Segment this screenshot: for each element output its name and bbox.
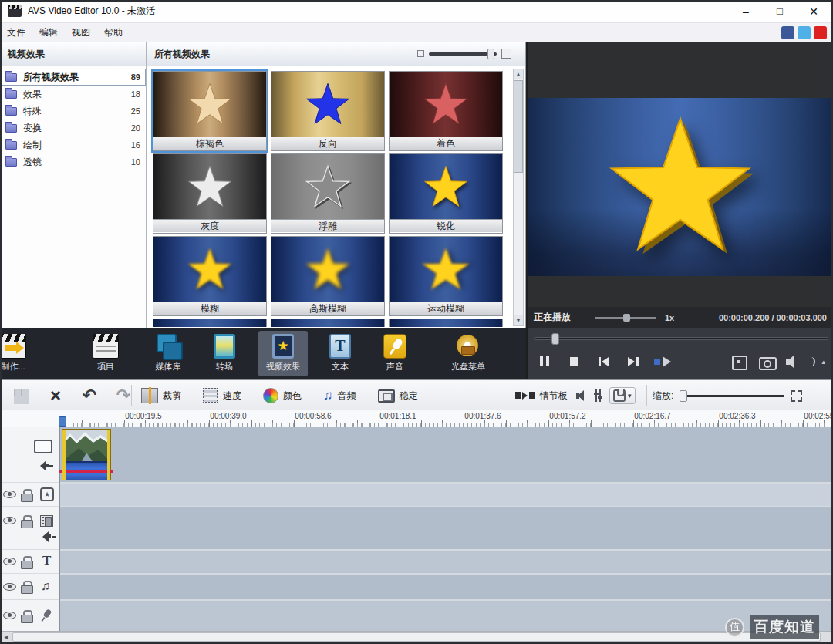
effect-thumbnail [390, 154, 502, 219]
scroll-down-icon[interactable]: ▼ [514, 315, 523, 325]
effect-card[interactable]: 高斯模糊 [271, 236, 385, 316]
edit-tool-button[interactable]: 裁剪 [141, 388, 181, 403]
play-icon[interactable] [654, 354, 671, 369]
snapshot-icon[interactable] [758, 354, 775, 369]
edit-tool-button[interactable]: 稳定 [378, 389, 418, 403]
pause-icon[interactable] [537, 354, 554, 369]
fullscreen-icon[interactable] [730, 354, 747, 369]
playhead-marker[interactable] [59, 416, 66, 427]
undo-icon[interactable] [80, 386, 99, 405]
track-lanes[interactable] [60, 427, 833, 631]
category-item[interactable]: 变换 20 [0, 120, 146, 137]
eye-icon[interactable] [3, 490, 16, 499]
twitter-icon[interactable] [798, 26, 811, 39]
stop-icon[interactable] [566, 354, 583, 369]
menu-item[interactable]: 文件 [0, 23, 32, 42]
minimize-icon[interactable]: – [739, 5, 753, 19]
scroll-up-icon[interactable]: ▲ [514, 69, 523, 79]
audio-mixer-icon[interactable] [575, 387, 592, 404]
effect-card[interactable]: 模糊 [153, 236, 267, 316]
thumbnail-size-slider[interactable] [429, 52, 497, 56]
effect-card[interactable]: 着色 [389, 71, 503, 151]
effect-card[interactable]: 运动模糊 [389, 236, 503, 316]
video-overlay-track[interactable] [60, 506, 833, 549]
menu-item[interactable]: 视图 [65, 23, 97, 42]
effect-thumbnail [153, 237, 266, 302]
category-item[interactable]: 效果 18 [0, 86, 146, 103]
fit-timeline-icon[interactable] [791, 390, 802, 402]
scene-dropdown[interactable]: ▾ [609, 387, 636, 404]
main-toolbar-button[interactable]: 媒体库 [143, 331, 193, 376]
scrollbar-thumb[interactable] [514, 80, 523, 173]
effect-card-partial[interactable] [153, 319, 267, 327]
main-toolbar-button[interactable]: 项目 [81, 331, 130, 376]
effect-card[interactable]: 锐化 [389, 153, 503, 234]
maximize-icon[interactable]: □ [773, 5, 787, 19]
lock-icon[interactable] [21, 515, 32, 527]
voice-track[interactable] [60, 599, 833, 631]
star-frame-icon [272, 334, 294, 359]
audio-track[interactable] [60, 573, 833, 599]
lock-icon[interactable] [21, 610, 32, 622]
effect-card[interactable]: 棕褐色 [153, 71, 267, 151]
main-toolbar-button[interactable]: 文本 [315, 331, 365, 376]
video-effect-track[interactable] [60, 482, 833, 506]
large-thumbnail-icon[interactable] [501, 49, 511, 59]
scroll-left-icon[interactable]: ◄ [2, 633, 11, 642]
thumbnail-size-handle[interactable] [487, 49, 494, 59]
delete-icon[interactable] [46, 386, 65, 405]
effect-card-partial[interactable] [389, 319, 503, 327]
youtube-icon[interactable] [814, 26, 827, 39]
main-toolbar-button[interactable]: 制作... [0, 331, 26, 376]
category-item[interactable]: 所有视频效果 89 [0, 69, 146, 86]
effect-card[interactable]: 反向 [271, 71, 385, 151]
category-item[interactable]: 透镜 10 [0, 153, 146, 170]
next-frame-icon[interactable] [625, 354, 642, 369]
category-item[interactable]: 绘制 16 [0, 137, 146, 153]
eye-icon[interactable] [3, 557, 16, 566]
storyboard-button[interactable]: 情节板 [515, 389, 568, 403]
lock-icon[interactable] [21, 489, 32, 501]
edit-tool-button[interactable]: 速度 [203, 388, 241, 403]
edit-tool-button[interactable]: 颜色 [263, 388, 302, 403]
eye-icon[interactable] [3, 611, 16, 620]
facebook-icon[interactable] [781, 26, 794, 39]
edit-tool-button[interactable]: 音频 [323, 388, 356, 403]
small-thumbnail-icon[interactable] [417, 50, 424, 57]
eye-icon[interactable] [3, 516, 16, 525]
effects-scrollbar[interactable]: ▲ ▼ [513, 69, 524, 326]
lock-icon[interactable] [21, 556, 32, 568]
zoom-slider[interactable] [680, 395, 784, 397]
zoom-slider-handle[interactable] [680, 390, 687, 402]
redo-icon[interactable] [114, 386, 133, 405]
close-icon[interactable]: ✕ [807, 5, 821, 19]
hscrollbar-thumb[interactable] [12, 632, 821, 642]
menu-item[interactable]: 编辑 [32, 23, 65, 42]
eye-icon[interactable] [3, 582, 16, 592]
speed-slider-handle[interactable] [623, 314, 630, 322]
edit-toolbar-right: 情节板 ▾ [515, 380, 636, 411]
volume-caret-icon[interactable]: ▴ [821, 358, 825, 366]
video-clip[interactable] [62, 429, 111, 480]
effect-card[interactable]: 灰度 [153, 153, 267, 234]
main-toolbar-button[interactable]: 光盘菜单 [443, 331, 493, 376]
category-label: 特殊 [23, 105, 42, 118]
menu-item[interactable]: 帮助 [97, 23, 130, 42]
effect-card[interactable]: 浮雕 [271, 153, 385, 234]
playback-speed-slider[interactable] [595, 317, 656, 319]
category-item[interactable]: 特殊 25 [0, 103, 146, 120]
effect-card-partial[interactable] [271, 319, 385, 327]
main-video-track[interactable] [60, 427, 833, 482]
text-track[interactable] [60, 549, 833, 573]
main-toolbar-button[interactable]: 视频效果 [258, 331, 308, 376]
seek-handle[interactable] [551, 333, 559, 345]
seek-slider[interactable] [534, 337, 828, 340]
previous-frame-icon[interactable] [595, 354, 612, 369]
timeline-ruler[interactable]: 00:00:19.500:00:39.000:00:58.600:01:18.1… [0, 410, 833, 427]
volume-icon[interactable] [786, 354, 803, 369]
storyboard-grid-icon[interactable] [12, 386, 31, 405]
timeline-hscrollbar[interactable]: ◄ [0, 631, 833, 642]
main-toolbar-button[interactable]: 转场 [198, 331, 251, 376]
lock-icon[interactable] [21, 581, 32, 592]
main-toolbar-button[interactable]: 声音 [367, 331, 423, 376]
